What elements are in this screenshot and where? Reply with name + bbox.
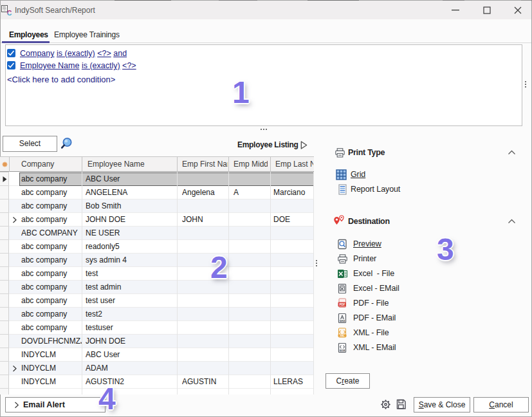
svg-text:C: C [7,9,12,17]
svg-text:PDF: PDF [339,303,345,306]
svg-text:PDF: PDF [340,320,345,322]
svg-text:XML: XML [340,349,345,352]
svg-text:XML: XML [340,335,344,337]
